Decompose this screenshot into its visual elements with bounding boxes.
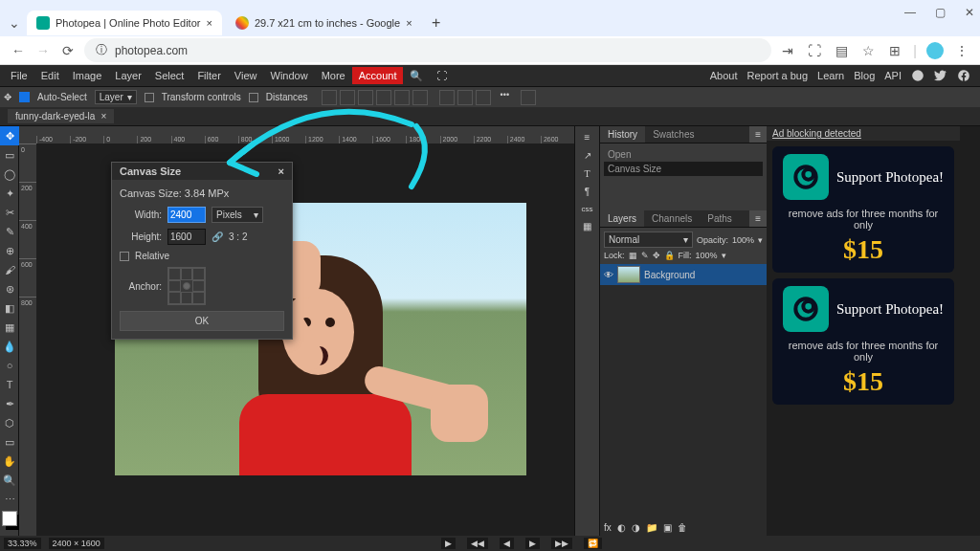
- menu-layer[interactable]: Layer: [108, 67, 148, 84]
- distribute-icon[interactable]: [439, 90, 455, 105]
- ok-button[interactable]: OK: [120, 311, 284, 331]
- width-input[interactable]: [167, 207, 206, 223]
- download-icon[interactable]: ▤: [833, 42, 850, 59]
- menu-filter[interactable]: Filter: [190, 67, 227, 84]
- visibility-icon[interactable]: 👁: [604, 270, 613, 280]
- anim-icon[interactable]: 🔁: [584, 538, 602, 549]
- align-icon[interactable]: [322, 90, 337, 105]
- height-input[interactable]: [167, 229, 206, 245]
- anim-icon[interactable]: ◀◀: [467, 538, 488, 549]
- heal-tool[interactable]: ⊕: [0, 241, 19, 260]
- lasso-tool[interactable]: ◯: [0, 165, 19, 184]
- layer-row[interactable]: 👁 Background: [600, 264, 767, 285]
- crop-tool[interactable]: ✂: [0, 203, 19, 222]
- layer-folder-icon[interactable]: 📁: [646, 522, 657, 533]
- panel-icon[interactable]: ↗: [584, 150, 591, 161]
- align-icon[interactable]: [412, 90, 428, 105]
- eyedropper-tool[interactable]: ✎: [0, 222, 19, 241]
- menu-icon[interactable]: ⋮: [953, 42, 970, 59]
- bookmark-icon[interactable]: ☆: [859, 42, 877, 59]
- ad-banner[interactable]: Support Photopea! remove ads for three m…: [772, 278, 954, 405]
- menu-view[interactable]: View: [228, 67, 264, 84]
- search-icon[interactable]: 🔍: [403, 67, 430, 85]
- gradient-tool[interactable]: ▦: [0, 318, 19, 337]
- color-swatches[interactable]: [2, 511, 17, 526]
- fill-value[interactable]: 100%: [696, 251, 718, 260]
- translate-icon[interactable]: ⛶: [806, 42, 823, 59]
- add-tab-button[interactable]: +: [426, 12, 447, 33]
- menu-select[interactable]: Select: [148, 67, 191, 84]
- history-item[interactable]: Open: [604, 147, 763, 162]
- paragraph-icon[interactable]: ¶: [585, 187, 590, 197]
- fullscreen-icon[interactable]: ⛶: [430, 67, 454, 84]
- menu-more[interactable]: More: [315, 67, 352, 84]
- grid-icon[interactable]: [521, 90, 536, 105]
- move-tool[interactable]: ✥: [0, 126, 19, 145]
- history-item[interactable]: Canvas Size: [604, 162, 763, 176]
- chevron-down-icon[interactable]: ⌄: [6, 14, 23, 32]
- lock-icon[interactable]: ▦: [629, 251, 637, 260]
- url-input[interactable]: ⓘ photopea.com: [84, 38, 771, 62]
- css-label[interactable]: css: [582, 205, 593, 213]
- character-icon[interactable]: T: [584, 168, 590, 179]
- anim-icon[interactable]: ▶: [525, 538, 540, 549]
- anchor-grid[interactable]: [167, 267, 206, 305]
- tab-history[interactable]: History: [600, 126, 645, 143]
- panel-menu-icon[interactable]: ≡: [749, 210, 767, 227]
- anim-icon[interactable]: ◀: [500, 538, 514, 549]
- path-tool[interactable]: ⬡: [0, 413, 19, 432]
- shape-tool[interactable]: ▭: [0, 432, 19, 452]
- relative-checkbox[interactable]: [120, 252, 129, 261]
- close-tab-icon[interactable]: ×: [406, 17, 412, 29]
- browser-tab-active[interactable]: Photopea | Online Photo Editor ×: [27, 11, 222, 35]
- blend-mode-select[interactable]: Normal▾: [604, 231, 693, 248]
- layer-select[interactable]: Layer▾: [95, 90, 137, 104]
- minimize-button[interactable]: —: [904, 6, 916, 19]
- anim-icon[interactable]: ▶: [441, 538, 456, 549]
- units-select[interactable]: Pixels ▾: [212, 207, 263, 223]
- menu-blog[interactable]: Blog: [854, 70, 875, 81]
- forward-button[interactable]: →: [34, 42, 52, 59]
- distribute-icon[interactable]: [476, 90, 491, 105]
- align-icon[interactable]: [394, 90, 410, 105]
- panel-icon[interactable]: ▦: [583, 221, 591, 231]
- maximize-button[interactable]: ▢: [935, 6, 946, 19]
- menu-edit[interactable]: Edit: [34, 67, 66, 84]
- close-tab-icon[interactable]: ×: [206, 17, 212, 29]
- align-icon[interactable]: [358, 90, 373, 105]
- reload-button[interactable]: ⟳: [59, 42, 77, 59]
- menu-window[interactable]: Window: [264, 67, 315, 84]
- tab-layers[interactable]: Layers: [600, 210, 644, 227]
- lock-icon[interactable]: 🔒: [664, 251, 675, 260]
- canvas-area[interactable]: -400-20002004006008001000120014001600180…: [19, 126, 574, 536]
- close-file-icon[interactable]: ×: [100, 111, 106, 121]
- menu-image[interactable]: Image: [66, 67, 109, 84]
- extensions-icon[interactable]: ⊞: [886, 42, 903, 59]
- more-tools[interactable]: ⋯: [0, 490, 19, 509]
- menu-about[interactable]: About: [710, 70, 738, 81]
- zoom-tool[interactable]: 🔍: [0, 471, 19, 490]
- browser-tab[interactable]: 29.7 x21 cm to inches - Google ×: [226, 11, 422, 35]
- twitter-icon[interactable]: [934, 69, 947, 82]
- lock-icon[interactable]: ✥: [653, 251, 660, 260]
- link-icon[interactable]: 🔗: [212, 231, 223, 242]
- menu-learn[interactable]: Learn: [817, 70, 844, 81]
- wand-tool[interactable]: ✦: [0, 184, 19, 203]
- site-info-icon[interactable]: ⓘ: [96, 42, 107, 58]
- distances-checkbox[interactable]: [249, 93, 258, 102]
- lock-icon[interactable]: ✎: [641, 251, 649, 260]
- type-tool[interactable]: T: [0, 375, 19, 394]
- ad-banner[interactable]: Support Photopea! remove ads for three m…: [772, 146, 954, 273]
- dialog-close-icon[interactable]: ×: [278, 165, 284, 177]
- menu-report[interactable]: Report a bug: [746, 70, 808, 81]
- auto-select-checkbox[interactable]: [19, 92, 30, 102]
- close-window-button[interactable]: ✕: [965, 6, 974, 19]
- transform-checkbox[interactable]: [145, 93, 154, 102]
- marquee-tool[interactable]: ▭: [0, 145, 19, 165]
- menu-file[interactable]: File: [4, 67, 34, 84]
- align-icon[interactable]: [340, 90, 355, 105]
- facebook-icon[interactable]: [957, 69, 970, 82]
- panel-menu-icon[interactable]: ≡: [749, 126, 767, 143]
- back-button[interactable]: ←: [10, 42, 27, 59]
- anim-icon[interactable]: ▶▶: [551, 538, 572, 549]
